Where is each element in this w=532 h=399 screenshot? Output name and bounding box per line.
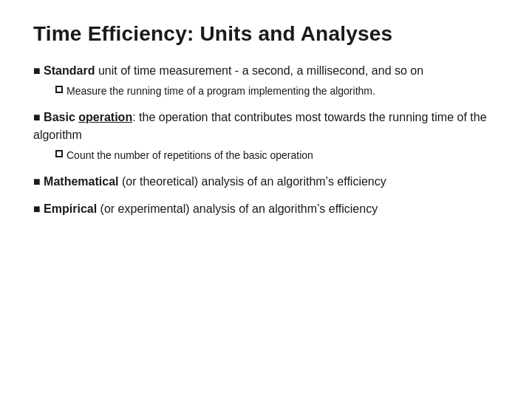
bullet-mathematical-text: ■ Mathematical (or theoretical) analysis…: [33, 173, 499, 190]
sub-bullet-measure: Measure the running time of a program im…: [55, 83, 499, 98]
bullet-basic-text: ■ Basic operation: the operation that co…: [33, 109, 499, 143]
bullet-standard: ■ Standard unit of time measurement - a …: [33, 62, 499, 98]
bullet-basic: ■ Basic operation: the operation that co…: [33, 109, 499, 163]
sub-square-icon: [55, 150, 63, 157]
bullet-empirical-text: ■ Empirical (or experimental) analysis o…: [33, 200, 499, 217]
bullet-basic-main: ■ Basic operation: the operation that co…: [33, 109, 499, 143]
bullet-basic-prefix: ■ Basic operation: the operation that co…: [33, 111, 487, 140]
sub-bullet-measure-text: Measure the running time of a program im…: [66, 83, 499, 98]
bullet-mathematical: ■ Mathematical (or theoretical) analysis…: [33, 173, 499, 190]
bullet-empirical: ■ Empirical (or experimental) analysis o…: [33, 200, 499, 217]
bullet-basic-subs: Count the number of repetitions of the b…: [55, 148, 499, 163]
sub-square-icon: [55, 86, 63, 93]
bullet-standard-subs: Measure the running time of a program im…: [55, 83, 499, 98]
bullet-standard-text: ■ Standard unit of time measurement - a …: [33, 62, 499, 79]
bullet-standard-main: ■ Standard unit of time measurement - a …: [33, 62, 499, 79]
bullet-empirical-prefix: ■ Empirical (or experimental) analysis o…: [33, 202, 378, 215]
bullet-mathematical-prefix: ■ Mathematical (or theoretical) analysis…: [33, 175, 386, 188]
bullet-standard-prefix: ■ Standard unit of time measurement - a …: [33, 64, 423, 77]
slide-title: Time Efficiency: Units and Analyses: [33, 22, 499, 46]
slide: Time Efficiency: Units and Analyses ■ St…: [0, 0, 532, 399]
sub-bullet-count-text: Count the number of repetitions of the b…: [66, 148, 499, 163]
bullet-empirical-main: ■ Empirical (or experimental) analysis o…: [33, 200, 499, 217]
sub-bullet-count: Count the number of repetitions of the b…: [55, 148, 499, 163]
bullet-mathematical-main: ■ Mathematical (or theoretical) analysis…: [33, 173, 499, 190]
